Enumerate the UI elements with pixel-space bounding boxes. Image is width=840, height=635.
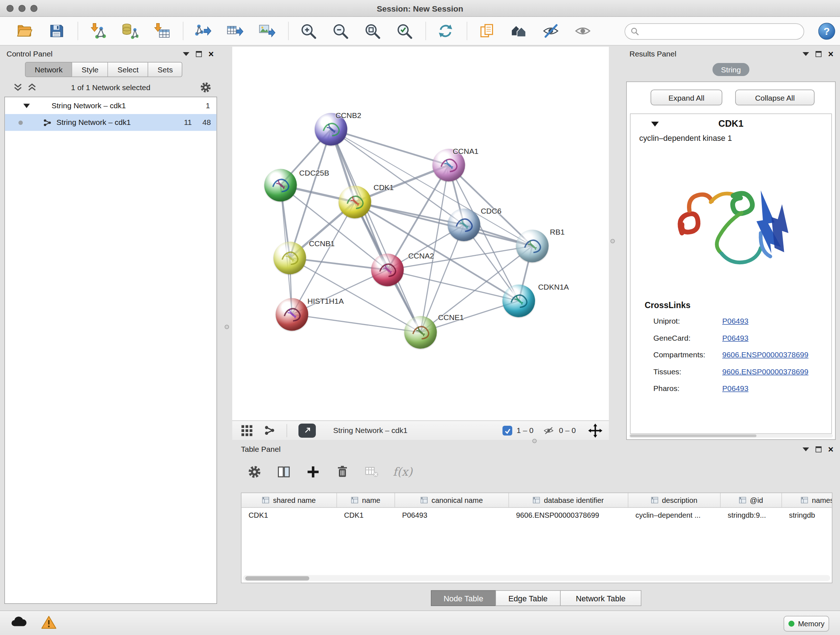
tab-network-table[interactable]: Network Table (560, 591, 641, 606)
panel-menu-icon[interactable] (183, 52, 189, 56)
network-node-CCNA2[interactable] (371, 254, 404, 287)
export-table-button[interactable] (223, 19, 247, 43)
delete-column-trash-icon[interactable] (334, 464, 351, 480)
tab-select[interactable]: Select (108, 62, 148, 77)
network-node-CCNE1[interactable] (404, 316, 437, 348)
crosslink-link[interactable]: P06493 (722, 317, 748, 325)
collapse-all-button[interactable]: Collapse All (736, 90, 815, 106)
tab-network[interactable]: Network (25, 62, 73, 77)
application-window: Session: New Session ? Control (0, 0, 840, 635)
import-network-from-database-button[interactable] (118, 19, 142, 43)
network-collection-row[interactable]: String Network – cdk1 1 (5, 97, 217, 114)
tab-edge-table[interactable]: Edge Table (496, 591, 561, 606)
search-box[interactable] (625, 24, 805, 40)
table-row[interactable]: CDK1 CDK1 P06493 9606.ENSP00000378699 cy… (242, 508, 832, 523)
network-canvas[interactable]: CCNB2CCNA1CDC25BCDK1CDC6RB1CCNB1CCNA2CDK… (232, 47, 609, 420)
panel-float-icon[interactable] (816, 446, 822, 452)
network-edge-count: 48 (202, 118, 211, 127)
crosslink-link[interactable]: 9606.ENSP00000378699 (722, 367, 808, 376)
network-node-CCNB1[interactable] (273, 242, 306, 274)
delete-table-icon[interactable] (363, 464, 380, 480)
vertical-splitter-handle[interactable] (611, 239, 615, 243)
window-zoom-button[interactable] (30, 5, 38, 12)
column-header[interactable]: canonical name (395, 493, 509, 507)
vertical-splitter-handle[interactable] (225, 325, 229, 329)
panel-float-icon[interactable] (816, 51, 822, 57)
cloud-icon[interactable] (11, 616, 27, 630)
network-options-gear-icon[interactable] (200, 81, 212, 96)
toolbar-separator (78, 22, 79, 40)
open-in-browser-button[interactable] (298, 424, 316, 438)
network-node-RB1[interactable] (516, 230, 549, 263)
column-header[interactable]: name (337, 493, 395, 507)
memory-button[interactable]: Memory (783, 616, 829, 632)
tab-sets[interactable]: Sets (148, 62, 183, 77)
panel-menu-icon[interactable] (803, 447, 809, 451)
search-input[interactable] (643, 27, 798, 36)
warning-icon[interactable] (41, 616, 57, 632)
network-row[interactable]: String Network – cdk1 11 48 (5, 114, 217, 131)
zoom-selected-region-button[interactable] (393, 19, 416, 43)
window-minimize-button[interactable] (19, 5, 26, 12)
selected-checkbox-icon[interactable] (502, 426, 512, 435)
network-node-CDC25B[interactable] (264, 169, 297, 202)
window-close-button[interactable] (6, 5, 14, 12)
column-header[interactable]: description (628, 493, 721, 507)
scrollbar-thumb[interactable] (245, 576, 309, 580)
network-node-CDKN1A[interactable] (502, 285, 535, 317)
crosslink-label: Pharos: (653, 384, 679, 393)
panel-float-icon[interactable] (196, 51, 202, 57)
column-header[interactable]: database identifier (509, 493, 628, 507)
expand-all-button[interactable]: Expand All (651, 90, 722, 106)
panel-close-icon[interactable]: × (828, 445, 834, 454)
hidden-eye-slash-icon[interactable] (543, 425, 554, 439)
panel-close-icon[interactable]: × (208, 49, 214, 59)
results-scrollbar-thumb[interactable] (630, 434, 757, 437)
network-node-label: CDC25B (299, 168, 329, 177)
copy-button[interactable] (475, 19, 499, 43)
column-header[interactable]: @id (721, 493, 782, 507)
results-tab-string[interactable]: String (712, 63, 750, 76)
panel-menu-icon[interactable] (803, 52, 809, 56)
crosslink-link[interactable]: 9606.ENSP00000378699 (722, 350, 808, 359)
save-session-button[interactable] (44, 19, 68, 43)
double-home-icon (510, 22, 527, 40)
column-header[interactable]: namespace (782, 493, 833, 507)
zoom-out-button[interactable] (328, 19, 352, 43)
tab-style[interactable]: Style (73, 62, 108, 77)
function-builder-button[interactable]: f(x) (393, 466, 412, 478)
help-button[interactable]: ? (818, 23, 835, 40)
refresh-network-view-button[interactable] (434, 19, 458, 43)
import-network-from-file-button[interactable] (86, 19, 110, 43)
network-share-icon[interactable] (264, 424, 275, 439)
panel-close-icon[interactable]: × (828, 49, 834, 59)
horizontal-splitter-handle[interactable] (532, 439, 537, 443)
table-settings-gear-icon[interactable] (246, 464, 263, 480)
import-table-from-file-button[interactable] (150, 19, 174, 43)
create-column-plus-icon[interactable] (305, 464, 321, 480)
network-node-CCNB2[interactable] (315, 113, 347, 146)
zoom-in-button[interactable] (296, 19, 320, 43)
crosslink-link[interactable]: P06493 (722, 384, 748, 393)
column-header[interactable]: shared name (242, 493, 337, 507)
zoom-fit-content-button[interactable] (360, 19, 384, 43)
cell-canonical-name: P06493 (395, 508, 509, 523)
export-image-button[interactable] (255, 19, 279, 43)
birdseye-grid-icon[interactable] (241, 424, 253, 439)
home-button[interactable] (507, 19, 531, 43)
crosslink-link[interactable]: P06493 (722, 333, 748, 342)
open-session-button[interactable] (13, 19, 36, 43)
refresh-icon (437, 22, 454, 40)
export-network-button[interactable] (191, 19, 215, 43)
collection-expand-icon[interactable] (24, 104, 30, 108)
pan-crosshair-icon[interactable] (588, 424, 602, 440)
section-collapse-icon[interactable] (651, 122, 659, 127)
show-hide-details-button[interactable] (571, 19, 595, 43)
network-node-CDK1[interactable] (339, 186, 371, 218)
network-node-CDC6[interactable] (448, 209, 480, 241)
hide-selected-button[interactable] (539, 19, 563, 43)
select-columns-icon[interactable] (276, 464, 292, 480)
network-node-CCNA1[interactable] (433, 149, 465, 181)
tab-node-table[interactable]: Node Table (431, 591, 496, 606)
network-node-HIST1H1A[interactable] (276, 298, 308, 331)
